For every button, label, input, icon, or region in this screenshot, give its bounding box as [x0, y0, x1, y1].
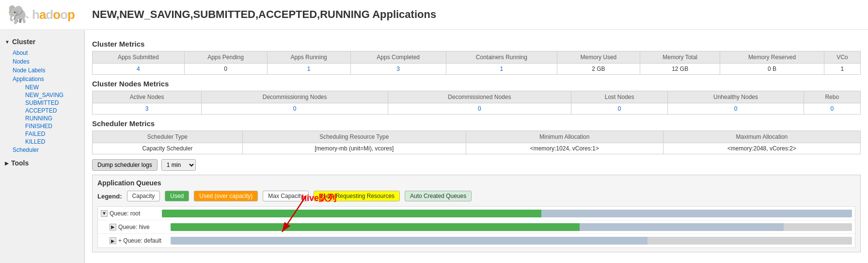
- cluster-metrics-title: Cluster Metrics: [92, 40, 861, 48]
- legend-label: Legend:: [97, 193, 122, 200]
- val-apps-submitted: 4: [93, 64, 185, 75]
- sidebar-item-new-saving[interactable]: NEW_SAVING: [23, 91, 84, 99]
- sidebar-item-scheduler[interactable]: Scheduler: [9, 146, 84, 154]
- col-vco: VCo: [824, 51, 860, 64]
- col-decommissioning: Decommissioning Nodes: [202, 91, 388, 103]
- sidebar-item-submitted[interactable]: SUBMITTED: [23, 99, 84, 107]
- col-memory-total: Memory Total: [640, 51, 720, 64]
- legend-over-capacity: Used (over capacity): [194, 191, 258, 201]
- scheduler-metrics-row: Capacity Scheduler [memory-mb (unit=Mi),…: [93, 143, 861, 154]
- val-scheduling-resource: [memory-mb (unit=Mi), vcores]: [242, 143, 466, 154]
- val-apps-running: 1: [267, 64, 350, 75]
- dump-logs-button[interactable]: Dump scheduler logs: [92, 159, 158, 171]
- app-sub-links: NEW NEW_SAVING SUBMITTED ACCEPTED RUNNIN…: [9, 83, 84, 146]
- val-active-nodes: 3: [93, 103, 202, 115]
- default-queue-bar: [171, 237, 852, 245]
- val-memory-reserved: 0 B: [720, 64, 824, 75]
- col-containers-running: Containers Running: [446, 51, 557, 64]
- sidebar-item-killed[interactable]: KILLED: [23, 138, 84, 146]
- cluster-nodes-table: Active Nodes Decommissioning Nodes Decom…: [92, 91, 861, 115]
- root-expand-btn[interactable]: ▼: [101, 210, 108, 217]
- val-memory-used: 2 GB: [557, 64, 640, 75]
- legend-max-capacity: Max Capacity: [263, 191, 309, 201]
- tools-header[interactable]: ▶ Tools: [0, 156, 84, 170]
- root-queue-name: Queue: root: [110, 210, 158, 217]
- val-vco: 1: [824, 64, 860, 75]
- col-min-allocation: Minimum Allocation: [466, 131, 663, 143]
- cluster-arrow: ▼: [5, 39, 10, 45]
- col-max-allocation: Maximum Allocation: [663, 131, 860, 143]
- col-apps-pending: Apps Pending: [184, 51, 267, 64]
- col-apps-running: Apps Running: [267, 51, 350, 64]
- brand-name: hadoop: [32, 7, 75, 22]
- cluster-header[interactable]: ▼ Cluster: [0, 35, 84, 49]
- app-queues-title: Application Queues: [97, 179, 855, 187]
- legend-used: Used: [165, 191, 189, 201]
- elephant-icon: 🐘: [7, 4, 30, 25]
- cluster-metrics-table: Apps Submitted Apps Pending Apps Running…: [92, 51, 861, 75]
- legend-auto-created: Auto Created Queues: [405, 191, 472, 201]
- default-expand-btn[interactable]: ▶: [110, 237, 116, 244]
- sidebar-item-node-labels[interactable]: Node Labels: [9, 66, 84, 75]
- val-decommissioning: 0: [202, 103, 388, 115]
- hive-expand-btn[interactable]: ▶: [110, 224, 116, 230]
- queue-row-hive: ▶ Queue: hive: [98, 220, 855, 234]
- col-active-nodes: Active Nodes: [93, 91, 202, 103]
- col-apps-submitted: Apps Submitted: [93, 51, 185, 64]
- scheduler-metrics-title: Scheduler Metrics: [92, 119, 861, 128]
- col-apps-completed: Apps Completed: [350, 51, 446, 64]
- sidebar-item-new[interactable]: NEW: [23, 83, 84, 91]
- tools-arrow: ▶: [5, 161, 9, 166]
- scheduler-link-wrap: Scheduler: [0, 146, 84, 154]
- val-max-allocation: <memory:2048, vCores:2>: [663, 143, 860, 154]
- sidebar-item-applications[interactable]: Applications: [9, 75, 84, 83]
- hive-queue-name: Queue: hive: [118, 224, 167, 230]
- sidebar-item-finished[interactable]: FINISHED: [23, 122, 84, 130]
- default-queue-name: + Queue: default: [118, 237, 167, 244]
- sidebar: ▼ Cluster About Nodes Node Labels Applic…: [0, 30, 85, 263]
- default-capacity-bar: [171, 237, 647, 245]
- log-interval-select[interactable]: 1 min 5 min 10 min: [161, 159, 196, 171]
- sidebar-item-about[interactable]: About: [9, 49, 84, 57]
- tools-section: ▶ Tools: [0, 156, 84, 170]
- sidebar-item-running[interactable]: RUNNING: [23, 115, 84, 122]
- val-apps-pending: 0: [184, 64, 267, 75]
- val-min-allocation: <memory:1024, vCores:1>: [466, 143, 663, 154]
- val-rebo: 0: [804, 103, 860, 115]
- cluster-nodes-title: Cluster Nodes Metrics: [92, 80, 861, 88]
- app-queues-section: Application Queues Legend: Capacity Used…: [92, 175, 861, 252]
- col-rebo: Rebo: [804, 91, 860, 103]
- col-memory-used: Memory Used: [557, 51, 640, 64]
- val-scheduler-type: Capacity Scheduler: [93, 143, 243, 154]
- scheduler-controls: Dump scheduler logs 1 min 5 min 10 min: [92, 159, 861, 171]
- hive-used-bar: [171, 223, 580, 231]
- root-used-bar: [162, 210, 541, 217]
- val-containers-running: 1: [446, 64, 557, 75]
- cluster-nodes-row: 3 0 0 0 0 0: [93, 103, 861, 115]
- top-header: 🐘 hadoop NEW,NEW_SAVING,SUBMITTED,ACCEPT…: [0, 0, 868, 30]
- col-lost-nodes: Lost Nodes: [571, 91, 668, 103]
- legend-capacity: Capacity: [127, 191, 160, 201]
- val-memory-total: 12 GB: [640, 64, 720, 75]
- cluster-section: ▼ Cluster About Nodes Node Labels Applic…: [0, 35, 84, 154]
- queue-row-root: ▼ Queue: root: [98, 207, 855, 220]
- col-memory-reserved: Memory Reserved: [720, 51, 824, 64]
- hive-queue-bar: [171, 223, 852, 231]
- page-title: NEW,NEW_SAVING,SUBMITTED,ACCEPTED,RUNNIN…: [92, 4, 436, 25]
- tools-label: Tools: [11, 159, 29, 167]
- sidebar-item-nodes[interactable]: Nodes: [9, 57, 84, 66]
- val-unhealthy-nodes: 0: [668, 103, 804, 115]
- root-queue-bar: [162, 210, 852, 217]
- queue-container: hive队列 ▼ Queue: ro: [97, 206, 855, 248]
- cluster-metrics-row: 4 0 1 3 1 2 GB 12 GB 0 B 1: [93, 64, 861, 75]
- col-scheduler-type: Scheduler Type: [93, 131, 243, 143]
- body-layout: ▼ Cluster About Nodes Node Labels Applic…: [0, 30, 868, 263]
- main-content: Cluster Metrics Apps Submitted Apps Pend…: [85, 30, 868, 263]
- sidebar-item-failed[interactable]: FAILED: [23, 130, 84, 138]
- logo-area: 🐘 hadoop: [7, 0, 92, 29]
- col-scheduling-resource: Scheduling Resource Type: [242, 131, 466, 143]
- sidebar-item-accepted[interactable]: ACCEPTED: [23, 107, 84, 115]
- val-apps-completed: 3: [350, 64, 446, 75]
- val-decommissioned: 0: [388, 103, 571, 115]
- scheduler-metrics-table: Scheduler Type Scheduling Resource Type …: [92, 131, 861, 154]
